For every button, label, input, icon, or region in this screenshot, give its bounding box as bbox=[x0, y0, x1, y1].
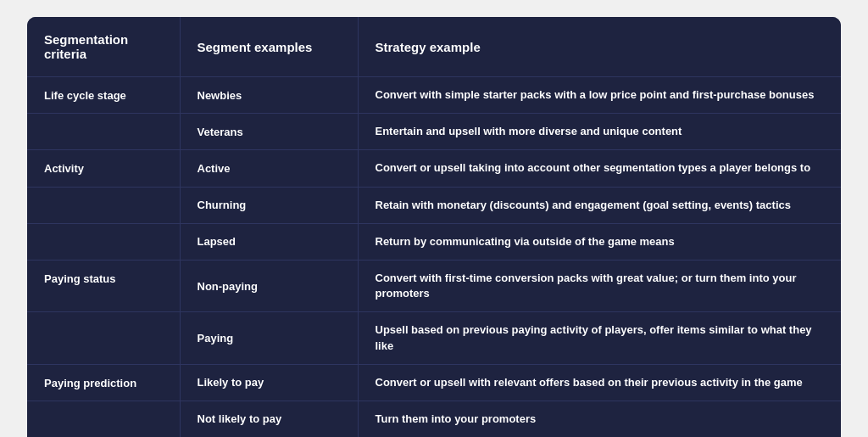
cell-criteria bbox=[27, 312, 180, 364]
table-header-row: Segmentation criteria Segment examples S… bbox=[27, 17, 841, 77]
cell-segment: Newbies bbox=[180, 77, 358, 114]
segmentation-table: Segmentation criteria Segment examples S… bbox=[27, 17, 841, 437]
header-criteria: Segmentation criteria bbox=[27, 17, 180, 77]
cell-criteria: Life cycle stage bbox=[27, 77, 180, 114]
cell-segment: Likely to pay bbox=[180, 364, 358, 401]
cell-segment: Non-paying bbox=[180, 260, 358, 311]
segmentation-table-wrapper: Segmentation criteria Segment examples S… bbox=[27, 17, 841, 437]
header-segment: Segment examples bbox=[180, 17, 358, 77]
cell-strategy: Return by communicating via outside of t… bbox=[358, 223, 841, 260]
cell-segment: Paying bbox=[180, 312, 358, 364]
cell-strategy: Turn them into your promoters bbox=[358, 401, 841, 437]
cell-strategy: Entertain and upsell with more diverse a… bbox=[358, 114, 841, 150]
header-strategy: Strategy example bbox=[358, 17, 841, 77]
cell-segment: Churning bbox=[180, 187, 358, 223]
cell-strategy: Convert or upsell with relevant offers b… bbox=[358, 364, 841, 401]
table-row: PayingUpsell based on previous paying ac… bbox=[27, 312, 841, 364]
cell-criteria bbox=[27, 223, 180, 260]
table-row: Not likely to payTurn them into your pro… bbox=[27, 401, 841, 437]
cell-criteria bbox=[27, 114, 180, 150]
table-row: Paying predictionLikely to payConvert or… bbox=[27, 364, 841, 401]
cell-criteria: Activity bbox=[27, 150, 180, 187]
cell-segment: Lapsed bbox=[180, 223, 358, 260]
cell-criteria bbox=[27, 187, 180, 223]
table-row: VeteransEntertain and upsell with more d… bbox=[27, 114, 841, 150]
cell-strategy: Upsell based on previous paying activity… bbox=[358, 312, 841, 364]
cell-criteria: Paying status bbox=[27, 260, 180, 311]
cell-strategy: Convert with simple starter packs with a… bbox=[358, 77, 841, 114]
cell-segment: Active bbox=[180, 150, 358, 187]
cell-strategy: Retain with monetary (discounts) and eng… bbox=[358, 187, 841, 223]
table-row: Life cycle stageNewbiesConvert with simp… bbox=[27, 77, 841, 114]
cell-criteria: Paying prediction bbox=[27, 364, 180, 401]
cell-criteria bbox=[27, 401, 180, 437]
table-row: ActivityActiveConvert or upsell taking i… bbox=[27, 150, 841, 187]
cell-strategy: Convert or upsell taking into account ot… bbox=[358, 150, 841, 187]
cell-segment: Veterans bbox=[180, 114, 358, 150]
table-row: LapsedReturn by communicating via outsid… bbox=[27, 223, 841, 260]
table-row: ChurningRetain with monetary (discounts)… bbox=[27, 187, 841, 223]
cell-strategy: Convert with first-time conversion packs… bbox=[358, 260, 841, 311]
cell-segment: Not likely to pay bbox=[180, 401, 358, 437]
table-row: Paying statusNon-payingConvert with firs… bbox=[27, 260, 841, 311]
